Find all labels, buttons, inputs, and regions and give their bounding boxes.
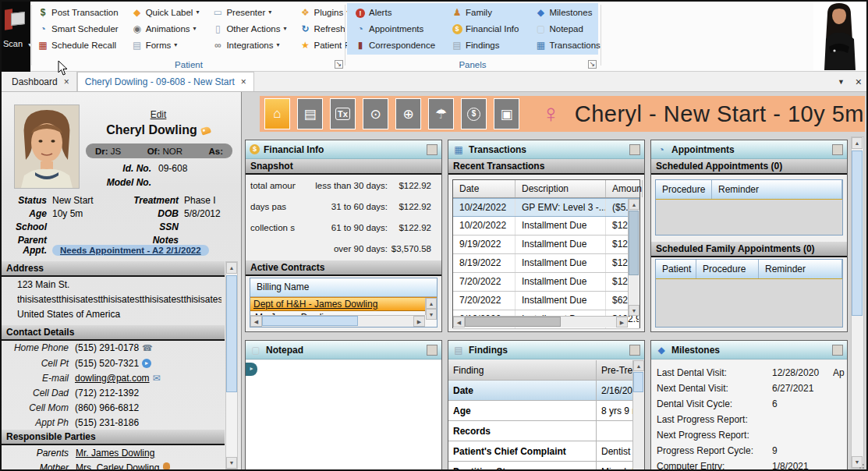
transactions-horizontal-scrollbar[interactable]: ◀ ▶ [453, 316, 628, 328]
transaction-row[interactable]: 10/20/2022Installment Due$122.9 [453, 217, 639, 236]
findings-panel-header: ▤ Findings [448, 341, 644, 359]
schedule-recall-button[interactable]: ▦Schedule Recall [34, 39, 121, 51]
panel-checkbox[interactable] [427, 144, 438, 155]
message-icon[interactable]: ▸ [142, 359, 151, 368]
transaction-row[interactable]: 7/20/2022Installment Due$122.9 [453, 273, 639, 292]
column-header-amount[interactable]: Amoun [606, 180, 643, 197]
other-actions-button[interactable]: ▯Other Actions▾ [209, 23, 289, 35]
scrollbar-thumb[interactable] [852, 151, 863, 316]
resize-grip[interactable] [859, 462, 866, 469]
column-header-date[interactable]: Date [453, 180, 515, 197]
scroll-right-icon[interactable]: ▶ [413, 316, 425, 327]
post-transaction-button[interactable]: $Post Transaction [34, 6, 121, 19]
close-tab-icon[interactable]: × [856, 76, 862, 88]
scroll-left-icon[interactable]: ◀ [453, 317, 465, 328]
animations-button[interactable]: ◉Animations▾ [129, 23, 202, 35]
scroll-up-icon[interactable]: ▲ [629, 199, 639, 210]
treatment-chart-button[interactable]: ▤ [297, 98, 323, 129]
panel-toggle-financial-info[interactable]: $Financial Info [448, 22, 521, 35]
dashboard-scrollbar[interactable]: ▲ ▼ [851, 136, 864, 469]
mail-icon[interactable]: ✉ [153, 373, 161, 384]
panel-toggle-transactions[interactable]: ▦Transactions [532, 39, 602, 51]
panel-toggle-alerts[interactable]: !Alerts [352, 6, 438, 19]
tab-patient-cheryl-dowling[interactable]: Cheryl Dowling - 09-608 - New Start × [77, 72, 254, 91]
scrollbar-thumb[interactable] [633, 372, 643, 392]
edit-link[interactable]: Edit [83, 109, 234, 120]
panel-toggle-findings[interactable]: ▤Findings [448, 39, 521, 51]
imaging-button[interactable]: ▣ [494, 98, 519, 129]
treatment-button[interactable]: Tx [330, 98, 356, 129]
transaction-row[interactable]: 7/20/2022Installment Due$62.50 [453, 292, 639, 310]
presenter-button[interactable]: ▭Presenter▾ [209, 6, 289, 19]
panel-toggle-family[interactable]: ♟Family [448, 6, 521, 19]
scrollbar-thumb[interactable] [465, 317, 561, 327]
scroll-down-icon[interactable]: ▼ [226, 457, 237, 469]
phone-icon[interactable]: ☎ [142, 343, 153, 353]
panel-checkbox[interactable] [832, 345, 843, 356]
quick-label-button[interactable]: ◆Quick Label▾ [129, 6, 202, 19]
findings-row[interactable]: Date2/16/2021 [448, 381, 632, 401]
insurance-button[interactable]: ☂ [428, 98, 454, 129]
column-header-procedure[interactable]: Procedure [696, 260, 759, 278]
panels-dialog-launcher-icon[interactable]: ↘ [588, 60, 597, 69]
findings-header-row[interactable]: FindingPre-Treat [448, 360, 632, 381]
transaction-row[interactable]: 8/19/2022Installment Due$122.9 [453, 254, 639, 273]
scroll-right-icon[interactable]: ▶ [616, 317, 628, 328]
scrollbar-thumb[interactable] [262, 316, 358, 326]
smart-scheduler-button[interactable]: ◔Smart Scheduler [34, 23, 121, 35]
findings-vertical-scrollbar[interactable]: ▲ [632, 360, 644, 469]
records-button[interactable]: ⊙ [363, 98, 388, 129]
notepad-expander-tab[interactable]: ▸ [246, 363, 257, 376]
scroll-up-icon[interactable]: ▲ [426, 298, 437, 309]
transactions-vertical-scrollbar[interactable]: ▲ ▼ [628, 199, 639, 316]
transaction-row[interactable]: 9/19/2022Installment Due$122.9 [453, 236, 639, 254]
home-button[interactable]: ⌂ [264, 98, 290, 129]
panel-checkbox[interactable] [427, 345, 438, 356]
scroll-down-icon[interactable]: ▼ [426, 309, 437, 320]
patient-panel-scrollbar[interactable]: ▲ ▼ [225, 261, 238, 469]
forms-button[interactable]: ▤Forms▾ [129, 39, 202, 51]
tab-list-dropdown-icon[interactable]: ▼ [838, 78, 845, 86]
findings-row[interactable]: Records [448, 421, 632, 441]
panel-toggle-milestones[interactable]: ◆Milestones [532, 6, 602, 19]
column-header-procedure[interactable]: Procedure [656, 180, 712, 199]
findings-row[interactable]: Dentition StageMixed dentitio [448, 462, 632, 469]
notepad-body[interactable]: ▸ [246, 360, 441, 469]
scroll-left-icon[interactable]: ◀ [250, 316, 262, 327]
panel-checkbox[interactable] [629, 144, 640, 155]
referrals-button[interactable]: ⊕ [395, 98, 421, 129]
billing-name-column-header[interactable]: Billing Name [250, 278, 437, 297]
scroll-down-icon[interactable]: ▼ [629, 305, 639, 316]
patient-dialog-launcher-icon[interactable]: ↘ [335, 60, 343, 69]
transaction-row[interactable]: 10/24/2022GP EMV: Level 3 -...($5.00) [453, 198, 639, 217]
contracts-horizontal-scrollbar[interactable]: ◀ ▶ [250, 315, 425, 327]
panel-toggle-correspondence[interactable]: ▮Correspondence [352, 39, 438, 51]
needs-appointment-link[interactable]: Needs Appointment - A2 2/1/2022 [52, 245, 209, 256]
scrollbar-thumb[interactable] [629, 211, 639, 275]
column-header-patient[interactable]: Patient [656, 260, 696, 278]
scroll-up-icon[interactable]: ▲ [852, 137, 863, 149]
scrollbar-thumb[interactable] [226, 275, 237, 392]
integrations-button[interactable]: ∞Integrations▾ [209, 39, 289, 51]
contracts-vertical-scrollbar[interactable]: ▲ ▼ [425, 298, 437, 315]
column-header-reminder[interactable]: Reminder [759, 260, 842, 278]
mother-link[interactable]: Mrs. Carley Dowling [69, 462, 159, 469]
panel-toggle-appointments[interactable]: ◔Appointments [352, 23, 438, 35]
column-header-description[interactable]: Description [515, 180, 606, 197]
patient-photo[interactable] [14, 104, 80, 189]
contract-row-selected[interactable]: Dept of H&H - James Dowling [250, 297, 437, 311]
panel-checkbox[interactable] [832, 144, 843, 155]
panel-toggle-notepad[interactable]: ▢Notepad [532, 23, 602, 35]
scan-button[interactable]: Scan ▾ [2, 2, 30, 72]
findings-row[interactable]: Patient's Chief ComplaintDentist referre [448, 441, 632, 462]
panel-checkbox[interactable] [629, 345, 640, 356]
column-header-reminder[interactable]: Reminder [712, 180, 842, 199]
close-icon[interactable]: × [241, 76, 246, 87]
chevron-down-icon: ▾ [268, 9, 271, 16]
scroll-up-icon[interactable]: ▲ [226, 262, 237, 274]
finance-button[interactable]: $ [461, 98, 487, 129]
email-link[interactable]: dowling@pat.com [69, 373, 150, 384]
scroll-up-icon[interactable]: ▲ [633, 360, 644, 371]
parents-link[interactable]: Mr. James Dowling [69, 448, 154, 459]
findings-row[interactable]: Age8 yrs 9 mon [448, 401, 632, 421]
